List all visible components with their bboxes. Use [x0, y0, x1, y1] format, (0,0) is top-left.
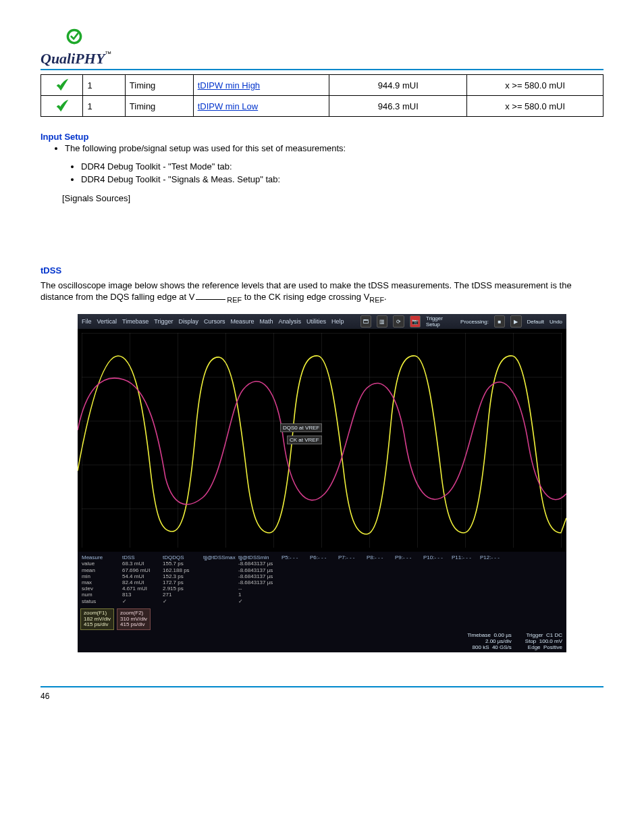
measure-cell	[338, 567, 367, 573]
input-setup-list: The following probe/signal setup was use…	[65, 143, 603, 153]
measure-cell	[281, 561, 310, 567]
measure-cell	[480, 579, 508, 585]
value-cell: 944.9 mUI	[329, 75, 467, 96]
measure-header: tDSS	[122, 554, 163, 561]
wave-label-dqs: DQS0 at VREF	[280, 423, 322, 432]
measure-cell: value	[82, 561, 122, 567]
default-button[interactable]: Default	[527, 319, 544, 325]
measure-cell	[367, 567, 395, 573]
trigger-setup-button[interactable]: Trigger Setup	[426, 315, 455, 328]
measure-cell	[310, 573, 338, 579]
scope-menubar: FileVerticalTimebaseTriggerDisplayCursor…	[78, 314, 566, 329]
measure-cell	[281, 573, 310, 579]
page-number: 46	[41, 686, 603, 701]
logo-text: QualiPHY™	[41, 50, 603, 68]
measure-cell	[203, 598, 238, 604]
zoom-boxes: zoom(F1)182 mV/div415 ps/divzoom(F2)310 …	[78, 607, 566, 631]
menu-trigger[interactable]: Trigger	[154, 318, 173, 325]
oscilloscope-screenshot: FileVerticalTimebaseTriggerDisplayCursor…	[78, 314, 566, 652]
measure-row: max82.4 mUI172.7 ps-8.6843137 µs	[82, 579, 562, 585]
zoom-box[interactable]: zoom(F2)310 mV/div415 ps/div	[117, 608, 151, 630]
check-icon	[55, 99, 70, 113]
undo-button[interactable]: Undo	[549, 319, 562, 325]
measure-cell	[452, 592, 480, 598]
record-icon[interactable]: 📷	[410, 315, 421, 328]
measure-cell: 271	[163, 592, 203, 598]
category-cell: Timing	[125, 75, 193, 96]
signals-sources-label: [Signals Sources]	[62, 192, 603, 205]
measure-cell	[338, 585, 367, 592]
menu-timebase[interactable]: Timebase	[122, 318, 149, 325]
measure-header: tjj@tDSSmin	[238, 554, 281, 561]
measure-cell: -8.6843137 µs	[238, 567, 281, 573]
measure-header: P8:- - -	[367, 554, 395, 561]
measurement-link[interactable]: tDIPW min Low	[198, 101, 259, 111]
refresh-icon[interactable]: ⟳	[393, 315, 404, 328]
measure-cell	[452, 579, 480, 585]
measure-cell	[423, 579, 452, 585]
name-cell: tDIPW min High	[193, 75, 329, 96]
measure-cell: 54.4 mUI	[122, 573, 163, 579]
measure-header: P6:- - -	[310, 554, 338, 561]
measure-cell: -8.6843137 µs	[238, 561, 281, 567]
measurement-table: 1TimingtDIPW min High944.9 mUIx >= 580.0…	[41, 74, 603, 117]
measure-cell	[395, 573, 423, 579]
measure-cell: --	[238, 585, 281, 592]
value-cell: 946.3 mUI	[329, 96, 467, 117]
scope-plot-area: DQS0 at VREF CK at VREF	[78, 329, 566, 552]
menu-file[interactable]: File	[82, 318, 92, 325]
zoom-box[interactable]: zoom(F1)182 mV/div415 ps/div	[80, 608, 114, 630]
measure-cell	[423, 561, 452, 567]
measure-row: value68.3 mUI155.7 ps-8.6843137 µs	[82, 561, 562, 567]
menu-analysis[interactable]: Analysis	[278, 318, 301, 325]
measure-cell	[281, 592, 310, 598]
measure-cell	[338, 579, 367, 585]
measure-cell	[310, 598, 338, 604]
section-heading-input: Input Setup	[41, 132, 603, 142]
svg-point-0	[68, 30, 80, 43]
measure-cell: 67.696 mUI	[122, 567, 163, 573]
menu-help[interactable]: Help	[331, 318, 344, 325]
measure-cell: 152.3 ps	[163, 573, 203, 579]
measure-header: tDQDQS	[163, 554, 203, 561]
measure-cell: 4.671 mUI	[122, 585, 163, 592]
measure-cell	[367, 598, 395, 604]
processing-label: Processing:	[460, 319, 489, 325]
stop-icon[interactable]: ■	[494, 315, 505, 328]
scope-icon[interactable]: ▥	[377, 315, 387, 328]
measure-cell	[423, 567, 452, 573]
menu-utilities[interactable]: Utilities	[306, 318, 326, 325]
count-cell: 1	[83, 96, 125, 117]
measure-cell: mean	[82, 567, 122, 573]
measure-cell	[203, 561, 238, 567]
measure-cell	[480, 561, 508, 567]
measure-cell: ✓	[163, 598, 203, 604]
measure-cell	[452, 598, 480, 604]
input-setup-sublist: DDR4 Debug Toolkit - "Test Mode" tab: DD…	[81, 161, 603, 184]
menu-display[interactable]: Display	[178, 318, 198, 325]
window-icon[interactable]: 🗔	[360, 315, 371, 328]
menu-math[interactable]: Math	[259, 318, 273, 325]
measure-cell	[281, 567, 310, 573]
measure-cell: 813	[122, 592, 163, 598]
menu-measure[interactable]: Measure	[230, 318, 254, 325]
measure-cell	[310, 567, 338, 573]
measure-cell	[480, 567, 508, 573]
name-cell: tDIPW min Low	[193, 96, 329, 117]
measure-cell	[367, 579, 395, 585]
trigger-readout: Trigger C1 DC Stop 100.0 mV Edge Positiv…	[525, 633, 562, 650]
category-cell: Timing	[125, 96, 193, 117]
menu-vertical[interactable]: Vertical	[97, 318, 117, 325]
measure-cell	[367, 585, 395, 592]
measure-cell: 1	[238, 592, 281, 598]
measure-row: mean67.696 mUI162.188 ps-8.6843137 µs	[82, 567, 562, 573]
measure-row: num8132711	[82, 592, 562, 598]
measure-cell: 155.7 ps	[163, 561, 203, 567]
measure-header: P10:- - -	[423, 554, 452, 561]
measurement-link[interactable]: tDIPW min High	[198, 80, 260, 90]
measure-cell: sdev	[82, 585, 122, 592]
menu-cursors[interactable]: Cursors	[204, 318, 225, 325]
measure-cell	[480, 573, 508, 579]
measure-cell	[203, 573, 238, 579]
play-icon[interactable]: ▶	[510, 315, 521, 328]
